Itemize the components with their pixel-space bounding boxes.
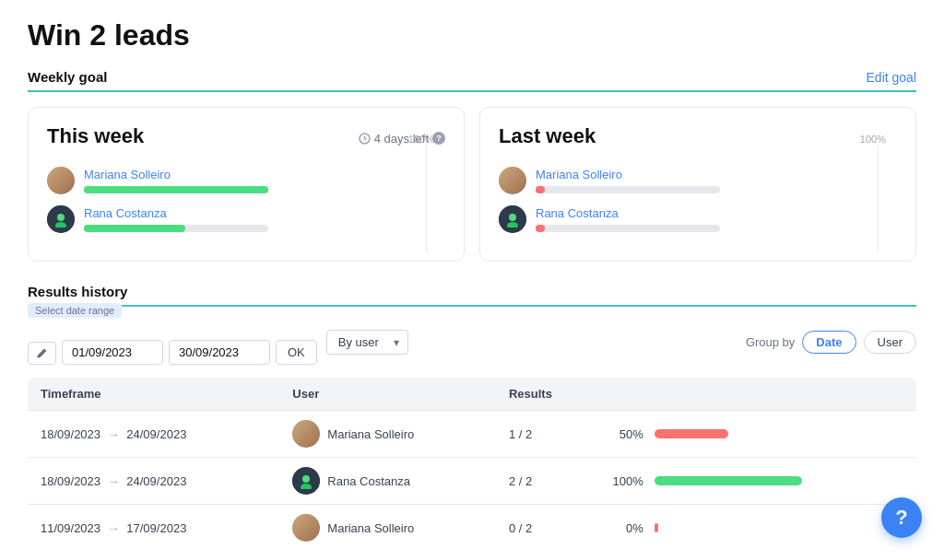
rana-avatar-icon (53, 211, 69, 228)
ok-button[interactable]: OK (276, 340, 317, 365)
group-date-button[interactable]: Date (802, 331, 856, 354)
page-title: Win 2 leads (28, 18, 916, 52)
user-cell-0: Mariana Solleiro (279, 411, 496, 458)
results-history-header: Results history (28, 284, 916, 307)
results-table: Timeframe User Results 18/09/2023 → 24/0… (28, 378, 916, 551)
progress-rana-thisweek (84, 225, 268, 232)
help-button[interactable]: ? (881, 497, 922, 538)
table-header-row: Timeframe User Results (28, 378, 916, 411)
date-to-input[interactable] (169, 340, 270, 365)
user-cell-2: Mariana Solleiro (279, 505, 496, 552)
bar-cell-0: 50% (597, 411, 916, 458)
user-name-rana-thisweek: Rana Costanza (84, 206, 445, 220)
timeframe-cell-1: 18/09/2023 → 24/09/2023 (28, 458, 279, 505)
filter-date-section: Select date range OK (28, 320, 317, 365)
cards-row: This week 4 days left ? 100% Mariana Sol… (28, 107, 916, 262)
filter-row: Select date range OK By user By date Gro… (28, 320, 916, 365)
rana-avatar-icon-lw (504, 211, 521, 228)
bar-container-2: 0% (610, 521, 903, 535)
result-percent-0: 50% (610, 427, 643, 441)
edit-goal-link[interactable]: Edit goal (867, 70, 916, 85)
col-results: Results (496, 378, 597, 411)
last-week-user-row-0: Mariana Solleiro (499, 167, 897, 194)
this-week-header: This week 4 days left ? (47, 124, 445, 152)
table-progress-bar-0 (655, 429, 728, 438)
user-name-mariana-lastweek: Mariana Solleiro (536, 168, 897, 181)
result-percent-1: 100% (610, 474, 643, 488)
result-cell-2: 0 / 2 (496, 505, 597, 552)
progress-mariana-lastweek (536, 186, 720, 193)
this-week-card: This week 4 days left ? 100% Mariana Sol… (28, 107, 465, 262)
this-week-percent-label: 100% (408, 134, 434, 145)
progress-fill-mariana-lastweek (536, 186, 545, 193)
this-week-percent-line (426, 145, 427, 251)
help-icon: ? (895, 506, 907, 530)
svg-point-8 (301, 484, 312, 489)
this-week-title: This week (47, 124, 144, 148)
col-timeframe: Timeframe (28, 378, 279, 411)
last-week-header: Last week (499, 124, 897, 152)
results-section: Results history Select date range OK By … (28, 284, 916, 551)
bar-container-1: 100% (610, 474, 903, 488)
user-cell-inner-2: Mariana Solleiro (292, 514, 483, 542)
avatar-mariana-lastweek (499, 167, 526, 194)
this-week-user-row-1: Rana Costanza (47, 205, 445, 233)
user-name-rana-lastweek: Rana Costanza (536, 206, 897, 220)
progress-rana-lastweek (536, 225, 720, 232)
svg-point-4 (55, 222, 66, 228)
table-row: 11/09/2023 → 17/09/2023 Mariana Solleiro… (28, 505, 916, 552)
svg-point-7 (302, 475, 310, 483)
result-cell-1: 2 / 2 (496, 458, 597, 505)
table-progress-bar-1 (655, 476, 802, 485)
user-info-mariana-lastweek: Mariana Solleiro (536, 168, 897, 193)
user-cell-1: Rana Costanza (279, 458, 496, 505)
date-from-input[interactable] (62, 340, 163, 365)
user-info-rana-lastweek: Rana Costanza (536, 206, 897, 232)
user-name-mariana-thisweek: Mariana Solleiro (84, 168, 445, 181)
timeframe-cell-0: 18/09/2023 → 24/09/2023 (28, 411, 279, 458)
by-user-select[interactable]: By user By date (326, 330, 408, 355)
avatar-rana-lastweek (499, 205, 526, 233)
timeframe-cell-2: 11/09/2023 → 17/09/2023 (28, 505, 279, 552)
progress-mariana-thisweek (84, 186, 268, 193)
last-week-title: Last week (499, 124, 596, 148)
last-week-percent-label: 100% (860, 134, 886, 145)
user-cell-inner-1: Rana Costanza (292, 467, 483, 495)
last-week-user-row-1: Rana Costanza (499, 205, 897, 233)
by-user-select-wrap: By user By date (326, 330, 408, 355)
group-by-label: Group by (746, 335, 795, 349)
avatar (292, 467, 320, 495)
clock-icon (359, 133, 371, 145)
avatar (292, 514, 320, 542)
svg-line-2 (364, 138, 366, 140)
weekly-goal-label: Weekly goal (28, 69, 107, 85)
table-progress-bar-2 (655, 523, 658, 532)
user-cell-inner-0: Mariana Solleiro (292, 420, 483, 448)
user-info-mariana-thisweek: Mariana Solleiro (84, 168, 445, 193)
svg-point-6 (507, 222, 518, 228)
bar-container-0: 50% (610, 427, 903, 441)
table-user-name-2: Mariana Solleiro (327, 521, 414, 535)
days-left-help-icon[interactable]: ? (432, 132, 445, 145)
avatar-mariana-thisweek (47, 167, 75, 194)
last-week-card: Last week 100% Mariana Solleiro (479, 107, 916, 262)
table-row: 18/09/2023 → 24/09/2023 Mariana Solleiro… (28, 411, 916, 458)
group-user-button[interactable]: User (864, 331, 916, 354)
table-user-name-0: Mariana Solleiro (327, 427, 414, 441)
svg-point-3 (57, 214, 65, 221)
pencil-button[interactable] (28, 342, 56, 365)
pencil-icon (36, 347, 48, 359)
col-bar (597, 378, 916, 411)
results-history-label: Results history (28, 284, 127, 299)
progress-fill-mariana-thisweek (84, 186, 268, 193)
last-week-percent-line (878, 145, 879, 251)
date-range-label: Select date range (28, 303, 122, 318)
result-cell-0: 1 / 2 (496, 411, 597, 458)
group-by-section: Group by Date User (746, 331, 916, 354)
table-user-name-1: Rana Costanza (327, 474, 410, 488)
result-percent-2: 0% (610, 521, 643, 535)
this-week-user-row-0: Mariana Solleiro (47, 167, 445, 194)
avatar (292, 420, 320, 448)
weekly-goal-header: Weekly goal Edit goal (28, 69, 916, 92)
bar-cell-1: 100% (597, 458, 916, 505)
